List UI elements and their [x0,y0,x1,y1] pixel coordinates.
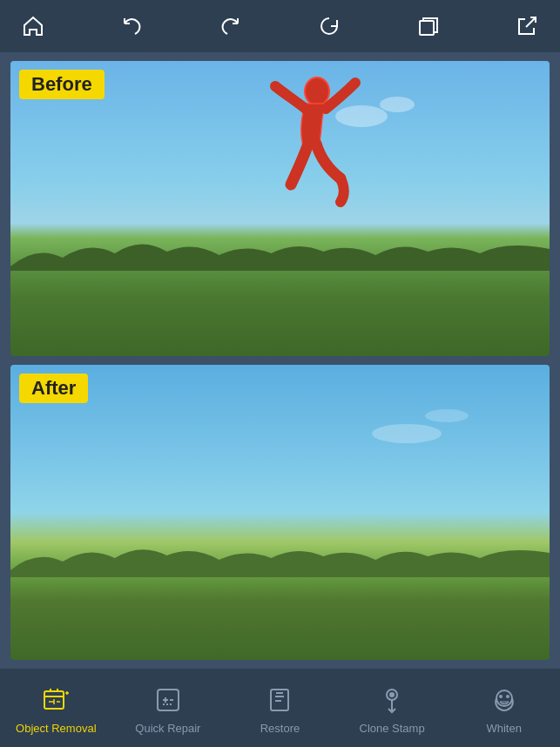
clone-stamp-icon [375,683,408,717]
bottom-toolbar: Object Removal Quick Repair Restore [0,669,560,747]
top-toolbar [0,0,560,52]
restore-icon [263,683,296,717]
clone-stamp-label: Clone Stamp [360,722,425,735]
main-content: Before After [0,52,560,669]
treeline-before [10,236,550,271]
svg-point-6 [390,693,394,697]
before-label: Before [19,70,105,99]
object-removal-icon [39,683,72,717]
restore-label: Restore [260,722,300,735]
svg-rect-0 [420,21,434,35]
quick-repair-icon [152,683,185,717]
tool-whiten[interactable]: Whiten [448,683,560,735]
before-panel: Before [10,61,550,356]
treeline-after [10,542,550,577]
quick-repair-label: Quick Repair [135,722,200,735]
after-panel: After [10,365,550,660]
svg-point-9 [506,695,509,698]
tool-quick-repair[interactable]: Quick Repair [112,683,225,735]
object-removal-label: Object Removal [16,722,96,735]
svg-point-8 [499,695,503,698]
whiten-label: Whiten [486,722,521,735]
tool-object-removal[interactable]: Object Removal [0,683,112,735]
duplicate-button[interactable] [413,10,444,42]
share-button[interactable] [511,10,543,42]
svg-point-1 [305,77,329,105]
tool-restore[interactable]: Restore [224,683,336,735]
after-label: After [19,374,88,403]
whiten-icon [488,683,521,717]
redo-button[interactable] [215,10,246,42]
undo-button[interactable] [116,10,147,42]
refresh-button[interactable] [314,10,345,42]
home-button[interactable] [17,10,49,42]
tool-clone-stamp[interactable]: Clone Stamp [336,683,449,735]
